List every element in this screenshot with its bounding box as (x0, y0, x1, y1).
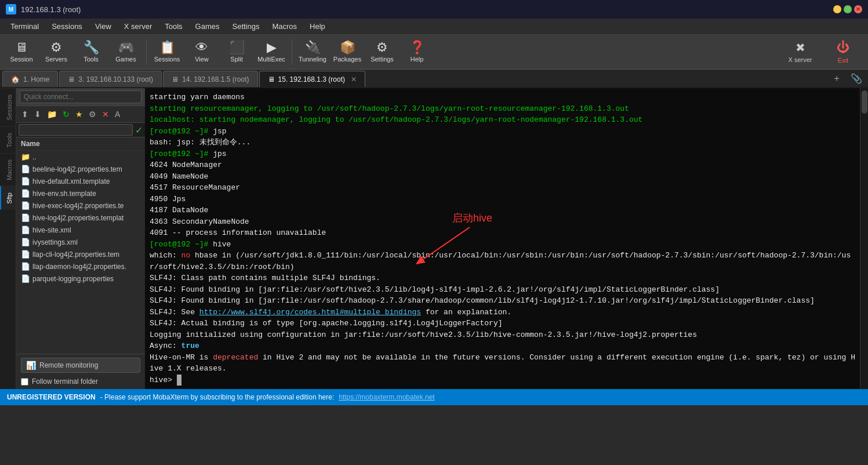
minimize-button[interactable]: − (833, 5, 841, 13)
toolbar-exit[interactable]: ⏻ Exit (823, 37, 863, 67)
terminal-line: 4091 -- process information unavailable (150, 227, 855, 239)
menu-sessions[interactable]: Sessions (46, 20, 88, 33)
file-icon: 📄 (21, 177, 30, 186)
list-item[interactable]: 📄 llap-cli-log4j2.properties.tem (16, 248, 145, 260)
sftp-delete[interactable]: ✕ (100, 108, 111, 120)
tab-ssh2[interactable]: 🖥 14. 192.168.1.5 (root) (163, 71, 257, 87)
path-input[interactable]: /usr/soft/hive2.3.5/conf/ (19, 124, 133, 136)
games-label: Games (115, 56, 136, 63)
tab-home-icon: 🏠 (11, 75, 20, 83)
follow-folder-label[interactable]: Follow terminal folder (32, 377, 98, 386)
file-name: parquet-logging.properties (32, 275, 114, 283)
exit-label: Exit (838, 57, 848, 64)
scrollbar-thumb[interactable] (862, 90, 867, 114)
menubar: Terminal Sessions View X server Tools Ga… (0, 19, 868, 35)
sftp-upload[interactable]: ⬆ (20, 108, 30, 120)
menu-view[interactable]: View (89, 20, 117, 33)
packages-icon: 📦 (340, 41, 355, 54)
scrollbar[interactable] (860, 88, 868, 389)
list-item[interactable]: 📄 parquet-logging.properties (16, 273, 145, 285)
window-controls[interactable]: − □ ✕ (833, 5, 862, 13)
remote-monitor-button[interactable]: 📊 Remote monitoring (21, 358, 140, 373)
vtab-tools[interactable]: Tools (0, 126, 16, 154)
terminal-line: Logging initialized using configuration … (150, 329, 855, 341)
toolbar-help[interactable]: ❓ Help (400, 37, 434, 67)
sidebar-toolbar: ⬆ ⬇ 📁 ↻ ★ ⚙ ✕ A (16, 106, 145, 123)
terminal-area[interactable]: starting yarn daemons starting resourcem… (145, 88, 860, 389)
sftp-newfolder[interactable]: 📁 (45, 108, 59, 120)
view-label: View (195, 56, 209, 63)
tunneling-label: Tunneling (299, 56, 326, 63)
menu-games[interactable]: Games (190, 20, 226, 33)
list-item[interactable]: 📁 .. (16, 151, 145, 163)
toolbar-sessions[interactable]: 📋 Sessions (150, 37, 184, 67)
sftp-settings2[interactable]: ⚙ (87, 108, 98, 120)
toolbar-split[interactable]: ⬛ Split (220, 37, 253, 67)
file-name: .. (32, 153, 37, 161)
follow-folder-checkbox[interactable] (21, 378, 28, 386)
menu-tools[interactable]: Tools (159, 20, 188, 33)
list-item[interactable]: 📄 hive-site.xml (16, 224, 145, 236)
toolbar-xserver[interactable]: ✖ X server (780, 37, 820, 67)
vtab-sessions[interactable]: Sessions (0, 88, 16, 126)
menu-help[interactable]: Help (304, 20, 331, 33)
path-ok-button[interactable]: ✓ (135, 125, 143, 136)
toolbar-packages[interactable]: 📦 Packages (331, 37, 364, 67)
menu-terminal[interactable]: Terminal (5, 20, 45, 33)
list-item[interactable]: 📄 hive-default.xml.template (16, 175, 145, 187)
toolbar-tools[interactable]: 🔧 Tools (74, 37, 108, 67)
list-item[interactable]: 📄 llap-daemon-log4j2.properties. (16, 260, 145, 273)
left-section: Sessions Tools Macros Sftp ⬆ ⬇ 📁 ↻ ★ ⚙ ✕… (0, 88, 145, 389)
vtab-macros[interactable]: Macros (0, 153, 16, 186)
tab-ssh3[interactable]: 🖥 15. 192.168.1.3 (root) ✕ (259, 71, 365, 87)
toolbar-multiexec[interactable]: ▶ MultiExec (255, 37, 288, 67)
vtab-sftp[interactable]: Sftp (0, 186, 16, 210)
toolbar-right: ✖ X server ⏻ Exit (780, 37, 863, 67)
split-label: Split (230, 56, 242, 63)
sftp-font[interactable]: A (113, 108, 122, 120)
list-item[interactable]: 📄 hive-exec-log4j2.properties.te (16, 199, 145, 212)
exit-icon: ⏻ (837, 40, 849, 55)
toolbar-games[interactable]: 🎮 Games (109, 37, 143, 67)
sftp-bookmark[interactable]: ★ (74, 108, 85, 120)
list-item[interactable]: 📄 hive-log4j2.properties.templat (16, 212, 145, 224)
toolbar-tunneling[interactable]: 🔌 Tunneling (296, 37, 329, 67)
terminal-line: 4049 NameNode (150, 171, 855, 183)
file-icon: 📄 (21, 213, 30, 222)
menu-settings[interactable]: Settings (227, 20, 266, 33)
file-icon: 📄 (21, 226, 30, 234)
toolbar-settings[interactable]: ⚙ Settings (365, 37, 399, 67)
tab-add-button[interactable]: ＋ (829, 71, 845, 86)
tab-home[interactable]: 🏠 1. Home (2, 71, 58, 87)
tab-ssh1[interactable]: 🖥 3. 192.168.10.133 (root) (59, 71, 162, 87)
file-header-label: Name (21, 140, 40, 148)
terminal-line: Hive-on-MR is deprecated in Hive 2 and m… (150, 352, 855, 375)
tab-ssh3-close[interactable]: ✕ (351, 75, 357, 83)
list-item[interactable]: 📄 ivysettings.xml (16, 236, 145, 248)
terminal-line: starting yarn daemons (150, 92, 855, 103)
menu-xserver[interactable]: X server (118, 20, 158, 33)
list-item[interactable]: 📄 hive-env.sh.template (16, 187, 145, 199)
toolbar-separator-2 (292, 39, 292, 65)
quick-connect-input[interactable] (20, 90, 141, 103)
servers-icon: ⚙ (50, 41, 62, 54)
toolbar-view[interactable]: 👁 View (185, 37, 219, 67)
menu-macros[interactable]: Macros (266, 20, 303, 33)
tab-actions: ＋ 📎 (829, 71, 866, 87)
sidebar-footer: 📊 Remote monitoring Follow terminal fold… (16, 354, 145, 389)
tab-ssh3-icon: 🖥 (268, 75, 275, 83)
maximize-button[interactable]: □ (844, 5, 852, 13)
list-item[interactable]: 📄 beeline-log4j2.properties.tem (16, 163, 145, 175)
vertical-tabs: Sessions Tools Macros Sftp (0, 88, 16, 389)
view-icon: 👁 (195, 41, 208, 54)
tab-attach-button[interactable]: 📎 (847, 72, 866, 85)
slf4j-link[interactable]: http://www.slf4j.org/codes.html#multiple… (199, 308, 421, 317)
terminal-line: 4517 ResourceManager (150, 182, 855, 194)
toolbar-servers[interactable]: ⚙ Servers (39, 37, 73, 67)
close-button[interactable]: ✕ (854, 5, 862, 13)
folder-icon: 📁 (21, 152, 30, 161)
statusbar-link[interactable]: https://mobaxterm.mobatek.net (339, 393, 434, 401)
toolbar-session[interactable]: 🖥 Session (5, 37, 38, 67)
sftp-refresh[interactable]: ↻ (61, 108, 71, 120)
sftp-download[interactable]: ⬇ (32, 108, 43, 120)
